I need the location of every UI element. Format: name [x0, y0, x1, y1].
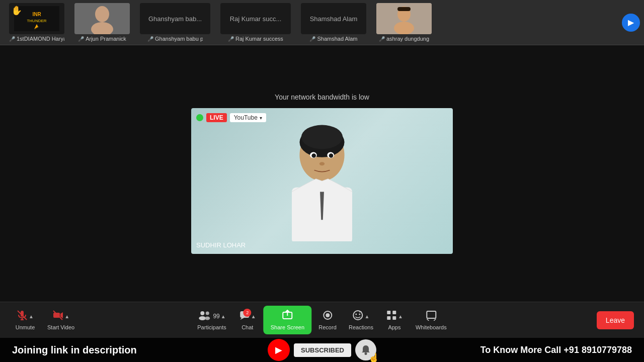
video-chevron-icon[interactable]: ▲ — [64, 314, 69, 319]
subscribed-badge: SUBSCRIBED — [294, 343, 351, 357]
svg-point-39 — [326, 313, 330, 317]
live-video-container: LIVE YouTube ▾ SUDHIR LOHAR — [191, 108, 453, 254]
participant-thumb-1[interactable]: ✋ INR THUNDER 🎤 1stDIAMOND Haryan... — [4, 1, 69, 44]
svg-line-48 — [427, 319, 429, 321]
svg-marker-28 — [60, 312, 63, 318]
record-button[interactable]: Record — [312, 307, 343, 333]
youtube-dropdown-arrow: ▾ — [260, 115, 262, 121]
live-badge-row: LIVE YouTube ▾ — [196, 113, 266, 122]
svg-rect-47 — [427, 311, 436, 318]
mic-muted-icon-4: 🎤 — [228, 36, 234, 42]
participant-thumb-6[interactable]: 🎤 ashray dungdung — [371, 1, 437, 44]
svg-rect-43 — [387, 311, 390, 314]
svg-point-16 — [311, 153, 316, 158]
svg-point-5 — [95, 6, 109, 22]
whiteboards-button[interactable]: Whiteboards — [411, 307, 452, 333]
next-participants-button[interactable]: ▶ — [622, 14, 640, 32]
share-screen-button[interactable]: Share Screen — [264, 306, 311, 334]
participant-name-1: 🎤 1stDIAMOND Haryan... — [9, 36, 64, 42]
participant-display-name-4: Raj Kumar succ... — [230, 15, 282, 23]
top-participants-bar: ✋ INR THUNDER 🎤 1stDIAMOND Haryan... 🎤 — [0, 0, 644, 45]
svg-rect-10 — [397, 7, 411, 11]
svg-point-30 — [200, 311, 204, 315]
presenter-video-feed — [191, 108, 453, 254]
apps-icon — [386, 310, 397, 323]
mic-muted-icon-2: 🎤 — [78, 36, 84, 42]
leave-button[interactable]: Leave — [597, 311, 634, 329]
youtube-platform-selector[interactable]: YouTube ▾ — [230, 113, 266, 122]
participant-name-4: 🎤 Raj Kumar successfa... — [228, 36, 283, 42]
participants-icon — [198, 310, 211, 323]
participants-button[interactable]: 99 ▲ Participants — [192, 307, 231, 333]
main-content-area: Your network bandwidth is low — [0, 45, 644, 302]
microphone-muted-icon — [17, 310, 28, 323]
cursor-hand-icon: ☝️ — [368, 352, 379, 362]
participant-name-3: 🎤 Ghanshyam babu pra... — [147, 36, 203, 42]
unmute-chevron-icon[interactable]: ▲ — [29, 314, 34, 319]
svg-point-32 — [206, 312, 209, 315]
record-icon — [322, 310, 333, 323]
participants-chevron-icon[interactable]: ▲ — [221, 314, 226, 319]
presenter-name: SUDHIR LOHAR — [196, 241, 246, 249]
share-screen-icon — [282, 310, 293, 323]
participant-display-name-5: Shamshad Alam — [310, 15, 358, 23]
participants-count: 99 — [213, 313, 219, 320]
toolbar-right-section: Leave — [597, 311, 634, 329]
participant-thumb-3[interactable]: Ghanshyam bab... 🎤 Ghanshyam babu pra... — [135, 1, 215, 44]
call-info-text: To Know More Call +91 8910779788 — [480, 345, 632, 355]
bottom-toolbar: ▲ Unmute ▲ Start Video — [0, 302, 644, 338]
network-warning-text: Your network bandwidth is low — [275, 93, 369, 101]
participant-name-6: 🎤 ashray dungdung — [379, 36, 429, 42]
participant-display-name-3: Ghanshyam bab... — [148, 15, 202, 23]
unmute-button[interactable]: ▲ Unmute — [10, 307, 40, 333]
apps-chevron-icon[interactable]: ▲ — [398, 314, 403, 319]
participant-thumb-2[interactable]: 🎤 Arjun Pramanick — [69, 1, 135, 44]
join-link-text: Joining link in description — [12, 344, 137, 356]
mic-muted-icon-6: 🎤 — [379, 36, 385, 42]
hand-raise-icon: ✋ — [11, 5, 22, 16]
svg-point-33 — [205, 317, 210, 320]
svg-text:INR: INR — [32, 12, 41, 17]
reactions-chevron-icon[interactable]: ▲ — [365, 314, 370, 319]
svg-marker-35 — [240, 318, 244, 320]
bottom-overlay: Joining link in description ▶ SUBSCRIBED… — [0, 338, 644, 362]
mic-muted-icon-3: 🎤 — [147, 36, 153, 42]
svg-point-13 — [301, 125, 343, 149]
mic-muted-icon-1: 🎤 — [9, 36, 15, 42]
participant-name-5: 🎤 Shamshad Alam — [309, 36, 357, 42]
toolbar-center-section: 99 ▲ Participants ▲ 2 Chat — [192, 306, 451, 334]
video-off-icon — [52, 310, 63, 323]
mic-muted-icon-5: 🎤 — [309, 36, 315, 42]
svg-point-31 — [199, 316, 206, 320]
svg-line-49 — [434, 319, 436, 321]
live-badge: LIVE — [206, 113, 227, 122]
svg-point-42 — [359, 314, 361, 315]
apps-button[interactable]: ▲ Apps — [379, 307, 410, 333]
svg-point-18 — [319, 162, 325, 165]
whiteboards-icon — [426, 310, 437, 323]
svg-rect-45 — [387, 316, 390, 320]
svg-rect-44 — [392, 311, 396, 314]
participant-name-2: 🎤 Arjun Pramanick — [78, 36, 126, 42]
reactions-button[interactable]: ▲ Reactions — [344, 307, 378, 333]
reactions-icon — [353, 310, 364, 323]
start-video-button[interactable]: ▲ Start Video — [42, 307, 79, 333]
live-green-dot — [196, 114, 203, 121]
participant-thumb-4[interactable]: Raj Kumar succ... 🎤 Raj Kumar successfa.… — [215, 1, 296, 44]
svg-point-9 — [394, 22, 414, 34]
chat-button[interactable]: ▲ 2 Chat — [232, 307, 263, 333]
svg-rect-46 — [392, 316, 396, 320]
svg-text:THUNDER: THUNDER — [27, 19, 46, 23]
svg-point-41 — [356, 314, 357, 315]
youtube-play-icon: ▶ — [275, 344, 282, 355]
svg-point-50 — [364, 352, 367, 355]
toolbar-left-section: ▲ Unmute ▲ Start Video — [10, 307, 79, 333]
svg-point-17 — [329, 153, 334, 158]
participant-thumb-5[interactable]: Shamshad Alam 🎤 Shamshad Alam — [296, 1, 371, 44]
youtube-button[interactable]: ▶ — [268, 339, 290, 361]
subscribe-area: ▶ SUBSCRIBED ☝️ — [268, 339, 376, 361]
svg-point-40 — [354, 311, 363, 320]
notification-bell-button[interactable]: ☝️ — [355, 339, 376, 360]
chat-chevron-icon[interactable]: ▲ — [251, 314, 256, 319]
